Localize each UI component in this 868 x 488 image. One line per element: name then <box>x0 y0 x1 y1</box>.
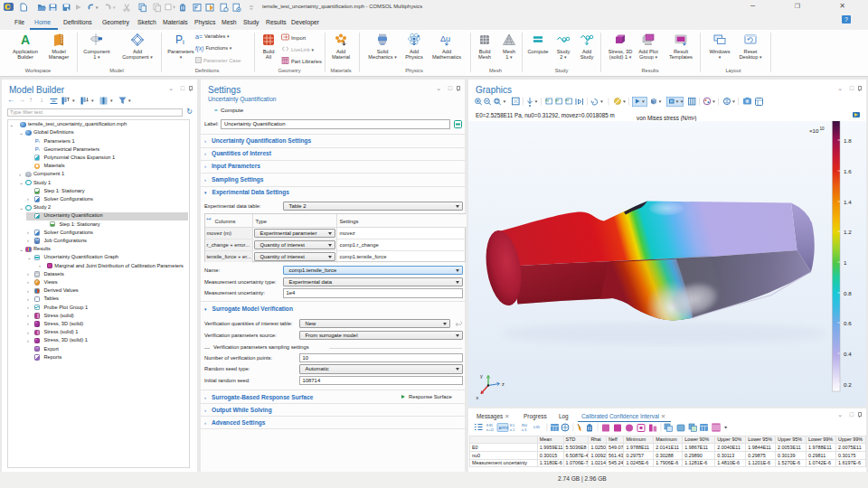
svg-text:1.4: 1.4 <box>844 199 852 205</box>
svg-text:8.85: 8.85 <box>486 424 493 427</box>
svg-text:yz: yz <box>555 98 559 102</box>
svg-text:0.85: 0.85 <box>533 426 540 429</box>
svg-text:8.5: 8.5 <box>510 424 514 427</box>
svg-text:e-3: e-3 <box>522 428 526 432</box>
svg-text:e+12: e+12 <box>486 428 494 432</box>
svg-text:APPR: APPR <box>499 426 509 430</box>
svg-text:i: i <box>183 38 184 46</box>
svg-text:zx: zx <box>565 98 570 102</box>
svg-text:x: x <box>476 395 479 400</box>
svg-text:xy: xy <box>545 98 550 102</box>
svg-text:×10: ×10 <box>809 127 819 134</box>
svg-text:0.8: 0.8 <box>844 290 852 296</box>
svg-text:e-1: e-1 <box>510 428 514 432</box>
svg-text:1.2: 1.2 <box>844 229 852 235</box>
svg-text:10: 10 <box>820 127 826 131</box>
svg-text:z: z <box>502 381 505 387</box>
svg-text:1.8: 1.8 <box>844 137 852 144</box>
svg-text:P: P <box>175 33 183 46</box>
svg-text:0.6: 0.6 <box>844 320 852 326</box>
svg-text:1: 1 <box>844 259 847 266</box>
svg-text:1.6: 1.6 <box>844 168 852 174</box>
svg-text:0.2: 0.2 <box>844 381 852 388</box>
svg-text:850: 850 <box>522 424 527 427</box>
svg-text:Δu: Δu <box>440 34 450 43</box>
svg-text:y: y <box>480 373 483 379</box>
svg-text:A: A <box>21 33 30 47</box>
svg-text:0.4: 0.4 <box>844 351 852 357</box>
